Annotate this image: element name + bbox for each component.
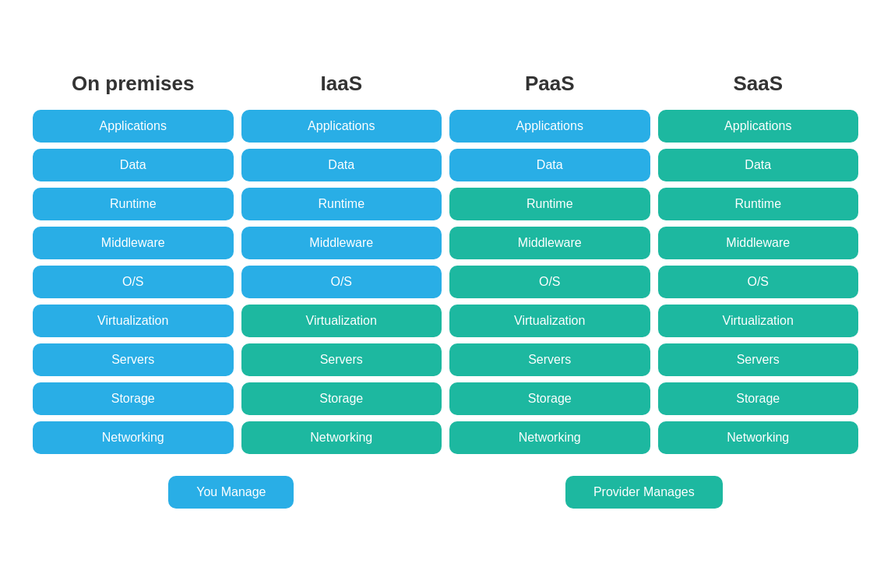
item-paas-storage: Storage — [449, 382, 650, 415]
items-list-saas: ApplicationsDataRuntimeMiddlewareO/SVirt… — [658, 110, 859, 454]
item-iaas-middleware: Middleware — [241, 227, 442, 259]
item-iaas-applications: Applications — [241, 110, 442, 143]
item-paas-data: Data — [449, 149, 650, 181]
item-paas-o-s: O/S — [449, 266, 650, 298]
item-paas-middleware: Middleware — [449, 227, 650, 259]
items-list-on-premises: ApplicationsDataRuntimeMiddlewareO/SVirt… — [33, 110, 234, 454]
main-container: On premisesApplicationsDataRuntimeMiddle… — [17, 48, 874, 540]
item-paas-virtualization: Virtualization — [449, 305, 650, 337]
item-on-premises-middleware: Middleware — [33, 227, 234, 259]
item-paas-applications: Applications — [449, 110, 650, 143]
item-saas-servers: Servers — [658, 343, 859, 376]
item-iaas-networking: Networking — [241, 421, 442, 454]
item-on-premises-virtualization: Virtualization — [33, 305, 234, 337]
column-on-premises: On premisesApplicationsDataRuntimeMiddle… — [33, 72, 234, 454]
header-saas: SaaS — [733, 72, 783, 96]
item-saas-applications: Applications — [658, 110, 859, 143]
items-list-iaas: ApplicationsDataRuntimeMiddlewareO/SVirt… — [241, 110, 442, 454]
item-saas-o-s: O/S — [658, 266, 859, 298]
item-paas-servers: Servers — [449, 343, 650, 376]
item-on-premises-data: Data — [33, 149, 234, 181]
item-iaas-virtualization: Virtualization — [241, 305, 442, 337]
item-on-premises-runtime: Runtime — [33, 188, 234, 220]
item-on-premises-servers: Servers — [33, 343, 234, 376]
you-manage-badge: You Manage — [168, 476, 294, 509]
item-paas-runtime: Runtime — [449, 188, 650, 220]
header-paas: PaaS — [525, 72, 575, 96]
item-iaas-data: Data — [241, 149, 442, 181]
column-paas: PaaSApplicationsDataRuntimeMiddlewareO/S… — [449, 72, 650, 454]
item-on-premises-applications: Applications — [33, 110, 234, 143]
header-on-premises: On premises — [72, 72, 195, 96]
item-saas-storage: Storage — [658, 382, 859, 415]
item-on-premises-networking: Networking — [33, 421, 234, 454]
columns-wrapper: On premisesApplicationsDataRuntimeMiddle… — [33, 72, 858, 454]
column-iaas: IaaSApplicationsDataRuntimeMiddlewareO/S… — [241, 72, 442, 454]
item-iaas-o-s: O/S — [241, 266, 442, 298]
item-on-premises-o-s: O/S — [33, 266, 234, 298]
items-list-paas: ApplicationsDataRuntimeMiddlewareO/SVirt… — [449, 110, 650, 454]
item-saas-middleware: Middleware — [658, 227, 859, 259]
item-saas-data: Data — [658, 149, 859, 181]
column-saas: SaaSApplicationsDataRuntimeMiddlewareO/S… — [658, 72, 859, 454]
item-iaas-servers: Servers — [241, 343, 442, 376]
item-on-premises-storage: Storage — [33, 382, 234, 415]
legend-row: You Manage Provider Manages — [33, 476, 858, 509]
item-saas-networking: Networking — [658, 421, 859, 454]
provider-manages-badge: Provider Manages — [565, 476, 723, 509]
header-iaas: IaaS — [321, 72, 363, 96]
item-iaas-runtime: Runtime — [241, 188, 442, 220]
item-saas-runtime: Runtime — [658, 188, 859, 220]
item-iaas-storage: Storage — [241, 382, 442, 415]
item-paas-networking: Networking — [449, 421, 650, 454]
item-saas-virtualization: Virtualization — [658, 305, 859, 337]
